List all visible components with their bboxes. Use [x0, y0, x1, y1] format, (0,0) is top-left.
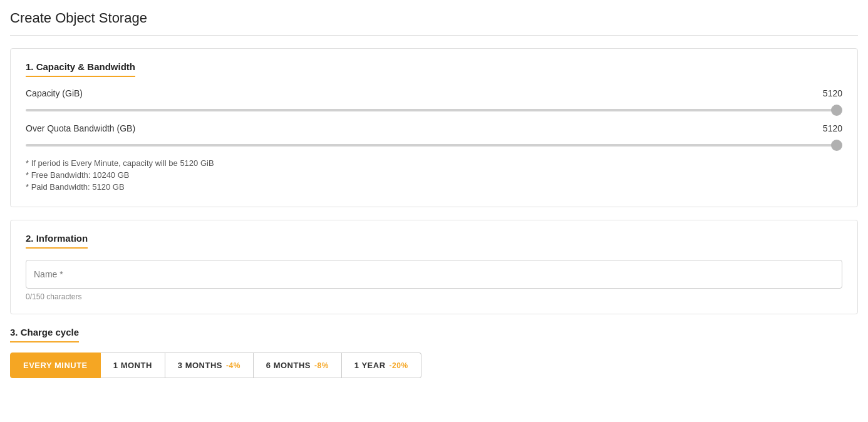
charge-btn-label: 3 MONTHS — [178, 361, 222, 370]
name-input[interactable] — [26, 260, 842, 289]
section2-title: 2. Information — [26, 233, 88, 249]
charge-btn-1-month[interactable]: 1 MONTH — [101, 353, 165, 378]
capacity-value: 5120 — [811, 88, 842, 98]
discount-badge: -20% — [390, 361, 408, 370]
charge-cycle-section: 3. Charge cycle EVERY MINUTE1 MONTH3 MON… — [10, 327, 858, 378]
charge-btn-label: 1 MONTH — [113, 361, 152, 370]
charge-btn-label: EVERY MINUTE — [23, 361, 88, 370]
bandwidth-label: Over Quota Bandwidth (GB) — [26, 123, 135, 133]
charge-btn-label: 1 YEAR — [354, 361, 386, 370]
note3: * Paid Bandwidth: 5120 GB — [26, 182, 842, 192]
charge-cycle-buttons: EVERY MINUTE1 MONTH3 MONTHS-4%6 MONTHS-8… — [10, 353, 858, 378]
charge-btn-label: 6 MONTHS — [266, 361, 311, 370]
char-count: 0/150 characters — [26, 292, 842, 301]
discount-badge: -4% — [226, 361, 240, 370]
capacity-slider-container — [26, 103, 842, 113]
charge-btn-6-months[interactable]: 6 MONTHS-8% — [254, 353, 342, 378]
capacity-label: Capacity (GiB) — [26, 88, 83, 98]
bandwidth-row: Over Quota Bandwidth (GB) 5120 — [26, 123, 842, 133]
section1-title: 1. Capacity & Bandwidth — [26, 61, 135, 77]
note1: * If period is Every Minute, capacity wi… — [26, 158, 842, 168]
note2: * Free Bandwidth: 10240 GB — [26, 170, 842, 180]
capacity-bandwidth-section: 1. Capacity & Bandwidth Capacity (GiB) 5… — [10, 48, 858, 207]
charge-btn-1-year[interactable]: 1 YEAR-20% — [342, 353, 421, 378]
capacity-slider[interactable] — [26, 109, 842, 111]
bandwidth-slider-container — [26, 138, 842, 148]
section3-title: 3. Charge cycle — [10, 327, 79, 342]
information-section: 2. Information 0/150 characters — [10, 220, 858, 314]
bandwidth-slider[interactable] — [26, 144, 842, 147]
capacity-row: Capacity (GiB) 5120 — [26, 88, 842, 98]
discount-badge: -8% — [314, 361, 329, 370]
page-title: Create Object Storage — [10, 0, 858, 36]
info-notes: * If period is Every Minute, capacity wi… — [26, 158, 842, 192]
charge-btn-every-minute[interactable]: EVERY MINUTE — [10, 353, 101, 378]
charge-btn-3-months[interactable]: 3 MONTHS-4% — [165, 353, 254, 378]
bandwidth-value: 5120 — [811, 123, 842, 133]
